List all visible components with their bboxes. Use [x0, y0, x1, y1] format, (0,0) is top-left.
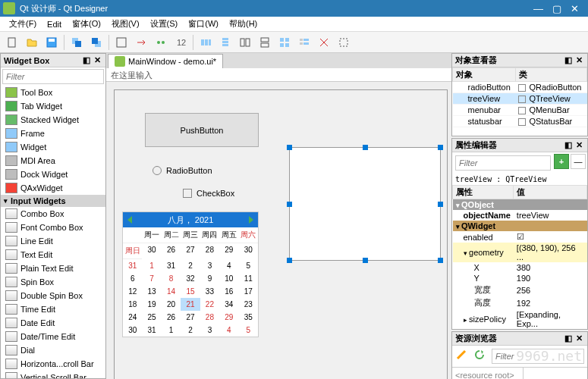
widget-item[interactable]: Combo Box: [1, 207, 105, 221]
widget-item[interactable]: Horizonta...croll Bar: [1, 357, 105, 371]
widget-item[interactable]: Plain Text Edit: [1, 262, 105, 275]
menu-form[interactable]: 窗体(O): [68, 17, 105, 31]
menu-file[interactable]: 文件(F): [5, 17, 41, 31]
menu-window[interactable]: 窗口(W): [184, 17, 223, 31]
cal-cell[interactable]: 25: [142, 311, 161, 324]
new-file-icon[interactable]: [3, 33, 21, 52]
layout-hbox-icon[interactable]: [197, 33, 215, 52]
cal-cell[interactable]: 28: [200, 243, 219, 259]
layout-form-icon[interactable]: [295, 33, 313, 52]
widget-item[interactable]: Dock Widget: [1, 168, 105, 181]
widget-item[interactable]: Date Edit: [1, 316, 105, 330]
cal-cell[interactable]: 7: [142, 272, 161, 285]
adjust-size-icon[interactable]: [335, 33, 353, 52]
cal-cell[interactable]: 27: [181, 311, 200, 324]
tree-view-widget[interactable]: [289, 147, 441, 261]
cal-next-icon[interactable]: [249, 216, 253, 224]
push-button-widget[interactable]: PushButton: [145, 113, 259, 147]
menu-help[interactable]: 帮助(H): [225, 17, 262, 31]
layout-vbox-icon[interactable]: [216, 33, 234, 52]
widget-item[interactable]: Widget: [1, 140, 105, 154]
cal-cell[interactable]: 29: [219, 243, 238, 259]
design-canvas[interactable]: PushButton RadioButton CheckBox 八月， 2021…: [106, 82, 451, 379]
dock-float-icon[interactable]: ◧: [563, 140, 574, 151]
widget-item[interactable]: Tool Box: [1, 86, 105, 99]
bring-front-icon[interactable]: [87, 33, 105, 52]
cal-cell[interactable]: 21: [181, 298, 200, 311]
cal-cell[interactable]: 17: [239, 285, 258, 298]
cal-cell[interactable]: 23: [239, 298, 258, 311]
widget-item[interactable]: Tab Widget: [1, 99, 105, 113]
layout-grid-icon[interactable]: [275, 33, 294, 52]
cal-cell[interactable]: 18: [123, 298, 142, 311]
cal-cell[interactable]: 11: [239, 272, 258, 285]
cal-cell[interactable]: 34: [219, 298, 238, 311]
property-table[interactable]: 属性值QObjectobjectNametreeViewQWidgetenabl…: [452, 185, 587, 329]
dock-float-icon[interactable]: ◧: [81, 55, 92, 66]
cal-cell[interactable]: 3: [200, 324, 219, 337]
edit-tab-order-icon[interactable]: 12: [171, 33, 190, 52]
widget-item[interactable]: Font Combo Box: [1, 221, 105, 234]
cal-cell[interactable]: 12: [123, 285, 142, 298]
dock-close-icon[interactable]: ✕: [574, 140, 584, 151]
dock-close-icon[interactable]: ✕: [92, 55, 102, 66]
cal-cell[interactable]: 13: [142, 285, 161, 298]
widget-item[interactable]: Double Spin Box: [1, 289, 105, 302]
cal-cell[interactable]: 5: [239, 259, 258, 272]
widget-filter-input[interactable]: [6, 70, 100, 83]
cal-cell[interactable]: 8: [162, 272, 181, 285]
property-row[interactable]: Y190: [453, 273, 587, 283]
property-row[interactable]: geometry[(380, 190), 256 ...: [453, 243, 587, 262]
object-row[interactable]: radioButtonQRadioButton: [453, 82, 587, 93]
cal-cell[interactable]: 20: [162, 298, 181, 311]
cal-cell[interactable]: 26: [162, 243, 181, 259]
break-layout-icon[interactable]: [315, 33, 333, 52]
cal-cell[interactable]: 24: [123, 311, 142, 324]
widget-item[interactable]: Spin Box: [1, 275, 105, 289]
calendar-widget[interactable]: 八月， 2021 周一周二周三周四周五周六周日30262728293031131…: [122, 211, 259, 337]
cal-cell[interactable]: 26: [162, 311, 181, 324]
property-row[interactable]: sizePolicy[Expanding, Exp...: [453, 309, 587, 329]
cal-cell[interactable]: 4: [219, 259, 238, 272]
property-row[interactable]: objectNametreeView: [453, 210, 587, 221]
property-row[interactable]: 宽度256: [453, 283, 587, 296]
widget-item[interactable]: Frame: [1, 127, 105, 140]
widget-item[interactable]: Dial: [1, 343, 105, 357]
widget-item[interactable]: Line Edit: [1, 234, 105, 248]
checkbox-widget[interactable]: CheckBox: [183, 189, 234, 198]
remove-property-button[interactable]: —: [571, 154, 586, 169]
cal-cell[interactable]: 6: [123, 272, 142, 285]
cal-cell[interactable]: 19: [142, 298, 161, 311]
cal-cell[interactable]: 28: [200, 311, 219, 324]
menu-edit[interactable]: Edit: [42, 18, 66, 30]
add-property-button[interactable]: +: [554, 154, 569, 169]
object-row[interactable]: treeViewQTreeView: [453, 93, 587, 105]
close-button[interactable]: ✕: [571, 3, 579, 14]
widget-item[interactable]: QAxWidget: [1, 181, 105, 195]
cal-prev-icon[interactable]: [127, 216, 132, 224]
property-filter-input[interactable]: [459, 156, 547, 170]
cal-cell[interactable]: 27: [181, 243, 200, 259]
widget-item[interactable]: Date/Time Edit: [1, 330, 105, 343]
edit-signals-icon[interactable]: [132, 33, 150, 52]
cal-cell[interactable]: 22: [200, 298, 219, 311]
cal-cell[interactable]: 9: [200, 272, 219, 285]
widget-item[interactable]: Time Edit: [1, 302, 105, 316]
cal-cell[interactable]: 16: [219, 285, 238, 298]
dock-float-icon[interactable]: ◧: [563, 334, 574, 344]
form-widget[interactable]: PushButton RadioButton CheckBox 八月， 2021…: [114, 89, 448, 379]
cal-cell[interactable]: 10: [219, 272, 238, 285]
edit-buddies-icon[interactable]: [152, 33, 170, 52]
cal-cell[interactable]: 4: [219, 324, 238, 337]
object-row[interactable]: menubarQMenuBar: [453, 105, 587, 116]
resource-tree[interactable]: <resource root>: [452, 368, 523, 379]
maximize-button[interactable]: ▢: [552, 3, 561, 14]
widget-item[interactable]: Text Edit: [1, 248, 105, 262]
edit-resources-icon[interactable]: [454, 347, 469, 362]
property-row[interactable]: X380: [453, 262, 587, 273]
menu-settings[interactable]: 设置(S): [146, 17, 183, 31]
widget-item[interactable]: MDI Area: [1, 154, 105, 168]
cal-cell[interactable]: 31: [142, 324, 161, 337]
cal-cell[interactable]: 2: [181, 259, 200, 272]
minimize-button[interactable]: —: [533, 3, 543, 14]
